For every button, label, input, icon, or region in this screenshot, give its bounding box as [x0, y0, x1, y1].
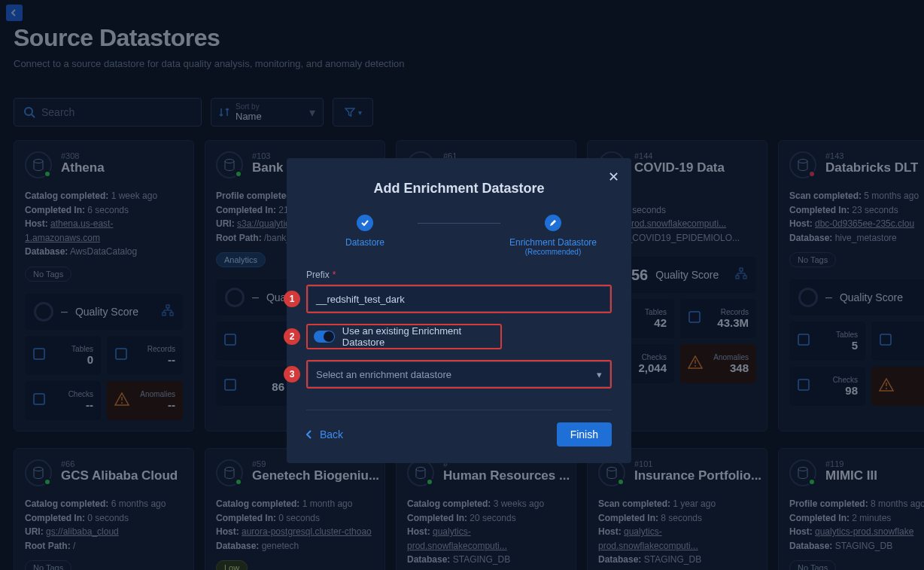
- step-2-edit-icon: [545, 215, 561, 231]
- step-connector: [418, 223, 500, 224]
- chevron-down-icon: ▾: [597, 369, 602, 380]
- step-1-done-icon: [357, 215, 373, 231]
- callout-badge-2: 2: [284, 328, 300, 345]
- select-placeholder: Select an enrichment datastore: [316, 369, 451, 380]
- toggle-label: Use an existing Enrichment Datastore: [342, 325, 494, 348]
- step-2-sublabel: (Recommended): [525, 248, 581, 256]
- step-1-label: Datastore: [345, 237, 384, 248]
- callout-badge-3: 3: [284, 366, 300, 383]
- toggle-highlight: 2 Use an existing Enrichment Datastore: [306, 324, 502, 349]
- prefix-input[interactable]: __redshift_test_dark: [308, 286, 610, 312]
- step-2-label: Enrichment Datastore: [509, 237, 597, 248]
- close-icon[interactable]: ✕: [608, 169, 619, 185]
- add-enrichment-modal: ✕ Add Enrichment Datastore Datastore Enr…: [287, 158, 631, 463]
- chevron-left-icon: [306, 430, 312, 439]
- callout-badge-1: 1: [284, 291, 300, 307]
- finish-button[interactable]: Finish: [557, 422, 612, 447]
- prefix-label: Prefix*: [306, 270, 612, 280]
- divider: [306, 410, 612, 410]
- select-highlight: 3 Select an enrichment datastore ▾: [306, 360, 612, 389]
- modal-title: Add Enrichment Datastore: [306, 181, 612, 197]
- use-existing-toggle[interactable]: [314, 331, 335, 343]
- stepper: Datastore Enrichment Datastore (Recommen…: [306, 215, 612, 256]
- enrichment-select[interactable]: Select an enrichment datastore ▾: [308, 361, 610, 387]
- back-button[interactable]: Back: [306, 428, 343, 440]
- prefix-highlight: 1 __redshift_test_dark: [306, 285, 612, 313]
